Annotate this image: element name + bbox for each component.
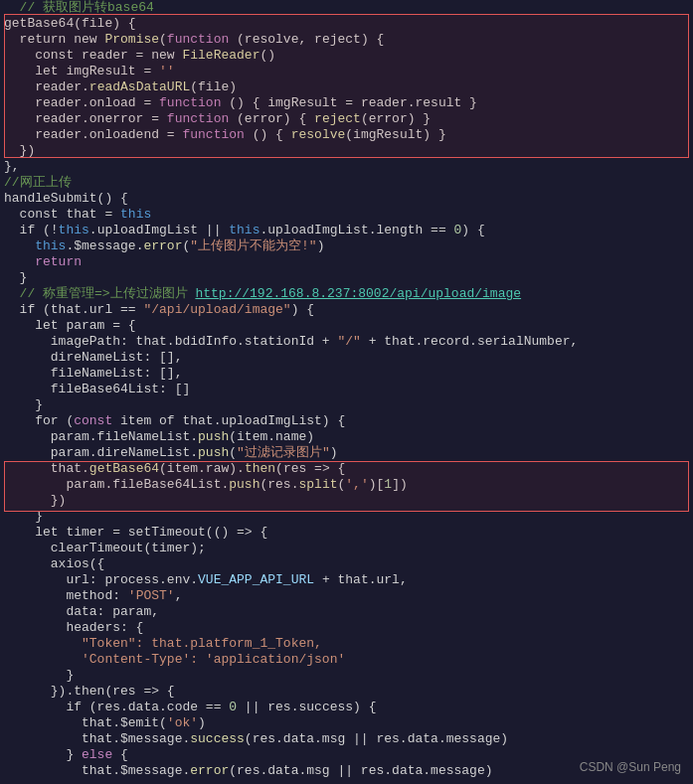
line-content: } bbox=[0, 270, 689, 286]
line-content: getBase64(file) { bbox=[0, 16, 689, 32]
line-content: return new Promise(function (resolve, re… bbox=[0, 32, 689, 48]
line-content: fileBase64List: [] bbox=[0, 382, 689, 397]
code-line: method: 'POST', bbox=[0, 588, 693, 604]
code-line: reader.onloadend = function () { resolve… bbox=[0, 127, 693, 143]
code-container: // 获取图片转base64getBase64(file) { return n… bbox=[0, 0, 693, 784]
line-content: param.fileNameList.push(item.name) bbox=[0, 429, 689, 445]
line-content: method: 'POST', bbox=[0, 588, 689, 604]
line-content: that.getBase64(item.raw).then(res => { bbox=[0, 461, 689, 477]
code-line: } bbox=[0, 509, 693, 525]
line-content: } bbox=[0, 668, 689, 684]
code-line: } bbox=[0, 270, 693, 286]
line-content: } bbox=[0, 397, 689, 413]
code-line: }, bbox=[0, 159, 693, 175]
code-line: }).then(res => { bbox=[0, 684, 693, 700]
code-line: fileBase64List: [] bbox=[0, 382, 693, 397]
code-line: param.fileNameList.push(item.name) bbox=[0, 429, 693, 445]
line-content: imagePath: that.bdidInfo.stationId + "/"… bbox=[0, 334, 689, 350]
code-line: } bbox=[0, 397, 693, 413]
code-line: param.fileBase64List.push(res.split(',')… bbox=[0, 477, 693, 493]
code-line: reader.onload = function () { imgResult … bbox=[0, 95, 693, 111]
code-line: this.$message.error("上传图片不能为空!") bbox=[0, 238, 693, 254]
line-content: clearTimeout(timer); bbox=[0, 541, 689, 556]
line-content: // 获取图片转base64 bbox=[0, 0, 689, 16]
line-content: // 称重管理=>上传过滤图片 http://192.168.8.237:800… bbox=[0, 286, 689, 302]
line-content: }, bbox=[0, 159, 689, 175]
code-line: that.$message.success(res.data.msg || re… bbox=[0, 731, 693, 747]
code-line: headers: { bbox=[0, 620, 693, 636]
line-content: 'Content-Type': 'application/json' bbox=[0, 652, 689, 668]
line-content: const that = this bbox=[0, 207, 689, 223]
code-line: let param = { bbox=[0, 318, 693, 334]
code-line: imagePath: that.bdidInfo.stationId + "/"… bbox=[0, 334, 693, 350]
code-line: return new Promise(function (resolve, re… bbox=[0, 32, 693, 48]
code-line: //网正上传 bbox=[0, 175, 693, 191]
code-line: for (const item of that.uploadImgList) { bbox=[0, 413, 693, 429]
code-line: const that = this bbox=[0, 207, 693, 223]
watermark: CSDN @Sun Peng bbox=[580, 760, 681, 774]
line-content: url: process.env.VUE_APP_API_URL + that.… bbox=[0, 572, 689, 588]
code-line: reader.onerror = function (error) { reje… bbox=[0, 111, 693, 127]
line-content: handleSubmit() { bbox=[0, 191, 689, 207]
code-line: axios({ bbox=[0, 556, 693, 572]
line-content: reader.onloadend = function () { resolve… bbox=[0, 127, 689, 143]
code-line: let timer = setTimeout(() => { bbox=[0, 525, 693, 541]
line-content: return bbox=[0, 254, 689, 270]
code-line: }) bbox=[0, 493, 693, 509]
line-content: param.direNameList.push("过滤记录图片") bbox=[0, 445, 689, 461]
line-content: let param = { bbox=[0, 318, 689, 334]
code-line: that.$emit('ok') bbox=[0, 715, 693, 731]
line-content: direNameList: [], bbox=[0, 350, 689, 366]
code-line: 'Content-Type': 'application/json' bbox=[0, 652, 693, 668]
code-line: that.getBase64(item.raw).then(res => { bbox=[0, 461, 693, 477]
line-content: }) bbox=[0, 493, 689, 509]
line-content: } bbox=[0, 509, 689, 525]
code-line: handleSubmit() { bbox=[0, 191, 693, 207]
code-line: if (res.data.code == 0 || res.success) { bbox=[0, 700, 693, 715]
line-content: that.$message.success(res.data.msg || re… bbox=[0, 731, 689, 747]
line-content: "Token": that.platform_1_Token, bbox=[0, 636, 689, 652]
code-line: return bbox=[0, 254, 693, 270]
code-line: getBase64(file) { bbox=[0, 16, 693, 32]
code-line: clearTimeout(timer); bbox=[0, 541, 693, 556]
line-content: }) bbox=[0, 143, 689, 159]
line-content: fileNameList: [], bbox=[0, 366, 689, 382]
line-content: reader.onerror = function (error) { reje… bbox=[0, 111, 689, 127]
line-content: if (res.data.code == 0 || res.success) { bbox=[0, 700, 689, 715]
line-content: let imgResult = '' bbox=[0, 64, 689, 79]
line-content: }).then(res => { bbox=[0, 684, 689, 700]
line-content: axios({ bbox=[0, 556, 689, 572]
code-line: reader.readAsDataURL(file) bbox=[0, 79, 693, 95]
line-content: that.$emit('ok') bbox=[0, 715, 689, 731]
line-content: this.$message.error("上传图片不能为空!") bbox=[0, 238, 689, 254]
code-line: url: process.env.VUE_APP_API_URL + that.… bbox=[0, 572, 693, 588]
code-line: const reader = new FileReader() bbox=[0, 48, 693, 64]
line-content: if (!this.uploadImgList || this.uploadIm… bbox=[0, 223, 689, 238]
code-line: if (that.url == "/api/upload/image") { bbox=[0, 302, 693, 318]
line-content: reader.readAsDataURL(file) bbox=[0, 79, 689, 95]
code-line: let imgResult = '' bbox=[0, 64, 693, 79]
code-line: if (!this.uploadImgList || this.uploadIm… bbox=[0, 223, 693, 238]
line-content: for (const item of that.uploadImgList) { bbox=[0, 413, 689, 429]
code-line: direNameList: [], bbox=[0, 350, 693, 366]
line-content: //网正上传 bbox=[0, 175, 689, 191]
line-content: headers: { bbox=[0, 620, 689, 636]
code-line: }) bbox=[0, 143, 693, 159]
code-line: // 称重管理=>上传过滤图片 http://192.168.8.237:800… bbox=[0, 286, 693, 302]
code-line: param.direNameList.push("过滤记录图片") bbox=[0, 445, 693, 461]
line-content: let timer = setTimeout(() => { bbox=[0, 525, 689, 541]
line-content: if (that.url == "/api/upload/image") { bbox=[0, 302, 689, 318]
line-content: reader.onload = function () { imgResult … bbox=[0, 95, 689, 111]
code-line: // 获取图片转base64 bbox=[0, 0, 693, 16]
code-line: } bbox=[0, 668, 693, 684]
code-line: "Token": that.platform_1_Token, bbox=[0, 636, 693, 652]
line-content: param.fileBase64List.push(res.split(',')… bbox=[0, 477, 689, 493]
code-lines: // 获取图片转base64getBase64(file) { return n… bbox=[0, 0, 693, 779]
line-content: const reader = new FileReader() bbox=[0, 48, 689, 64]
code-line: fileNameList: [], bbox=[0, 366, 693, 382]
line-content: data: param, bbox=[0, 604, 689, 620]
code-line: data: param, bbox=[0, 604, 693, 620]
